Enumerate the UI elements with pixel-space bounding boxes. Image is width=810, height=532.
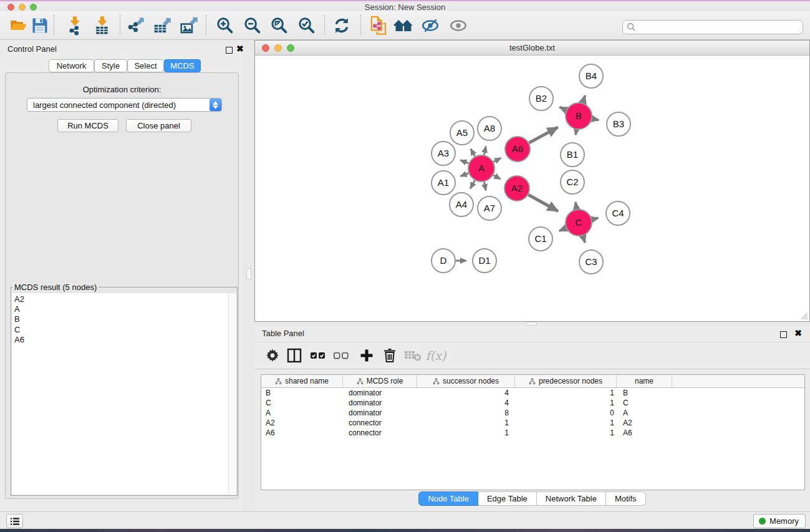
table-cell[interactable]: B <box>261 388 343 398</box>
run-mcds-button[interactable]: Run MCDS <box>57 119 118 132</box>
edge-B-B1[interactable] <box>576 130 576 135</box>
edge-A-A7[interactable] <box>484 182 486 191</box>
graph-node-D1[interactable]: D1 <box>473 249 496 273</box>
graph-node-B1[interactable]: B1 <box>561 143 584 167</box>
column-header-name[interactable]: name <box>617 375 672 387</box>
table-cell[interactable]: 0 <box>515 408 617 418</box>
table-row[interactable]: A6connector11A6 <box>261 428 804 438</box>
edge-B-B2[interactable] <box>560 107 567 110</box>
edge-C-C1[interactable] <box>559 228 566 231</box>
export-network-icon[interactable] <box>125 14 146 37</box>
edge-B-B4[interactable] <box>583 95 586 103</box>
edge-C-C3[interactable] <box>583 236 585 243</box>
export-table-icon[interactable] <box>152 14 173 37</box>
tab-network-table[interactable]: Network Table <box>537 491 606 506</box>
graph-node-A8[interactable]: A8 <box>478 117 501 140</box>
table-cell[interactable]: 4 <box>417 388 515 398</box>
table-cell[interactable]: 4 <box>417 398 515 408</box>
result-item[interactable]: A2 <box>14 294 228 304</box>
automation-panel-button[interactable] <box>6 514 23 528</box>
memory-button[interactable]: Memory <box>753 514 806 528</box>
clone-network-icon[interactable] <box>368 14 389 37</box>
zoom-fit-icon[interactable] <box>269 14 290 37</box>
column-header-shared-name[interactable]: shared name <box>261 375 343 387</box>
column-layout-icon[interactable] <box>284 345 304 366</box>
close-table-panel-icon[interactable]: ✖ <box>794 329 802 337</box>
table-row[interactable]: Bdominator41B <box>261 388 804 398</box>
table-row[interactable]: A2connector11A2 <box>261 418 804 428</box>
float-table-panel-icon[interactable] <box>780 329 787 341</box>
table-cell[interactable]: 1 <box>515 388 617 398</box>
table-cell[interactable]: connector <box>343 428 417 438</box>
table-cell[interactable]: A2 <box>617 418 672 428</box>
edge-C-C2[interactable] <box>576 202 577 209</box>
table-row[interactable]: Cdominator41C <box>261 398 804 408</box>
export-image-icon[interactable] <box>178 14 200 37</box>
table-cell[interactable]: A <box>617 408 672 418</box>
table-row[interactable]: Adominator80A <box>261 408 804 418</box>
tab-style[interactable]: Style <box>94 59 127 72</box>
edge-A2-C[interactable] <box>528 195 557 211</box>
import-network-icon[interactable] <box>64 14 85 37</box>
tab-mcds[interactable]: MCDS <box>164 59 201 72</box>
column-header-predecessor-nodes[interactable]: predecessor nodes <box>515 375 617 387</box>
table-cell[interactable]: dominator <box>343 388 417 398</box>
save-session-icon[interactable] <box>29 14 51 37</box>
result-item[interactable]: A <box>14 304 228 314</box>
show-eye-icon[interactable] <box>448 14 469 37</box>
close-panel-icon[interactable]: ✖ <box>236 45 244 52</box>
import-table-icon[interactable] <box>92 14 113 37</box>
edge-A6-B[interactable] <box>529 127 557 143</box>
table-cell[interactable]: 1 <box>515 398 617 408</box>
delete-column-icon[interactable] <box>380 345 400 366</box>
add-column-icon[interactable] <box>357 345 377 366</box>
criterion-select[interactable]: largest connected component (directed) <box>27 98 222 112</box>
table-cell[interactable]: C <box>261 398 343 408</box>
table-cell[interactable]: 1 <box>515 428 617 438</box>
table-cell[interactable]: dominator <box>343 408 417 418</box>
graph-node-A1[interactable]: A1 <box>432 171 455 195</box>
table-cell[interactable]: 1 <box>417 428 515 438</box>
graph-node-A6[interactable]: A6 <box>505 137 530 162</box>
graph-node-B2[interactable]: B2 <box>529 87 553 110</box>
search-input[interactable] <box>636 22 803 33</box>
show-columns-icon[interactable] <box>308 345 328 366</box>
table-cell[interactable]: A6 <box>617 428 672 438</box>
zoom-selected-icon[interactable] <box>296 14 317 37</box>
result-item[interactable]: A6 <box>14 335 228 345</box>
tab-edge-table[interactable]: Edge Table <box>478 491 537 506</box>
tab-motifs[interactable]: Motifs <box>606 491 646 506</box>
result-item[interactable]: B <box>14 314 228 324</box>
open-session-icon[interactable] <box>8 14 29 37</box>
table-cell[interactable]: A2 <box>261 418 343 428</box>
table-cell[interactable]: A6 <box>261 428 343 438</box>
edge-A-A4[interactable] <box>470 180 475 188</box>
graph-node-C3[interactable]: C3 <box>579 250 603 274</box>
graph-node-C[interactable]: C <box>566 210 592 236</box>
graph-node-C1[interactable]: C1 <box>529 227 552 251</box>
home-icon[interactable] <box>393 14 414 37</box>
table-cell[interactable]: C <box>617 398 672 408</box>
criterion-select-stepper[interactable] <box>210 99 221 111</box>
float-panel-icon[interactable] <box>226 45 233 56</box>
edge-A-A1[interactable] <box>460 173 468 177</box>
graph-node-C2[interactable]: C2 <box>561 170 584 194</box>
tab-select[interactable]: Select <box>127 59 164 72</box>
graph-node-B3[interactable]: B3 <box>607 112 630 136</box>
result-item[interactable]: C <box>14 325 228 335</box>
column-header-successor-nodes[interactable]: successor nodes <box>417 375 515 387</box>
graph-node-B[interactable]: B <box>566 103 592 129</box>
edge-B-B3[interactable] <box>592 118 599 120</box>
edge-A-A3[interactable] <box>460 160 468 163</box>
gear-icon[interactable] <box>263 345 282 366</box>
vertical-split-grip[interactable] <box>246 268 251 279</box>
graph-node-A3[interactable]: A3 <box>432 142 455 165</box>
graph-node-A2[interactable]: A2 <box>504 176 529 201</box>
window-resize-grip[interactable] <box>800 312 808 320</box>
hide-panel-eye-icon[interactable] <box>420 14 441 37</box>
graph-node-D[interactable]: D <box>432 249 455 273</box>
table-cell[interactable]: B <box>617 388 672 398</box>
refresh-icon[interactable] <box>331 14 352 37</box>
graph-node-B4[interactable]: B4 <box>579 64 603 88</box>
edge-A-A8[interactable] <box>484 147 486 155</box>
